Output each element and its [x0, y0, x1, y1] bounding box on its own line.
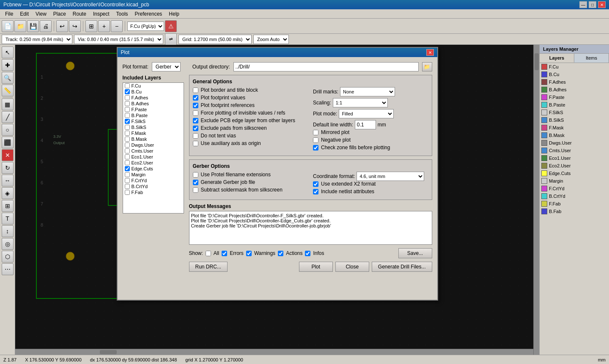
dialog-layer-item[interactable]: B.Cu: [123, 89, 184, 95]
scaling-select[interactable]: 1:1: [333, 98, 388, 107]
layer-row[interactable]: Eco1.User: [540, 154, 609, 162]
zoom-fit-button[interactable]: ⊞: [85, 20, 97, 32]
show-warnings-checkbox[interactable]: [246, 251, 252, 256]
more-tools[interactable]: ⋯: [2, 263, 14, 275]
layer-row[interactable]: Cmts.User: [540, 147, 609, 154]
layer-tool[interactable]: ◈: [2, 187, 14, 199]
add-track[interactable]: ╱: [2, 111, 14, 123]
open-button[interactable]: 📁: [14, 20, 26, 32]
run-drc-button[interactable]: Run DRC...: [189, 262, 228, 272]
layer-row[interactable]: B.Adhes: [540, 86, 609, 93]
dialog-layer-item[interactable]: F.Adhes: [123, 95, 184, 101]
layers-listbox[interactable]: F.CuB.CuF.AdhesB.AdhesF.PasteB.PasteF.Si…: [123, 82, 184, 213]
dialog-layer-checkbox[interactable]: [125, 83, 130, 88]
dialog-layer-item[interactable]: Dwgs.User: [123, 142, 184, 148]
dialog-layer-item[interactable]: F.CrtYd: [123, 178, 184, 183]
dialog-layer-checkbox[interactable]: [125, 119, 130, 124]
mirror-tool[interactable]: ↔: [2, 175, 14, 186]
layer-row[interactable]: B.Fab: [540, 208, 609, 215]
check-zone-checkbox[interactable]: [313, 145, 318, 151]
layer-row[interactable]: F.Adhes: [540, 78, 609, 86]
mirrored-checkbox[interactable]: [313, 130, 318, 135]
dialog-layer-checkbox[interactable]: [125, 172, 130, 177]
no-tent-checkbox[interactable]: [193, 133, 198, 139]
plot-button[interactable]: Plot: [299, 262, 333, 272]
inspect-tool[interactable]: 🔍: [2, 72, 14, 84]
plot-refs-checkbox[interactable]: [193, 103, 198, 108]
menu-item-edit[interactable]: Edit: [16, 10, 32, 18]
plot-border-checkbox[interactable]: [193, 88, 198, 93]
dialog-layer-item[interactable]: Margin: [123, 172, 184, 178]
layer-row[interactable]: B.SilkS: [540, 116, 609, 124]
layer-row[interactable]: B.Cu: [540, 71, 609, 78]
layer-row[interactable]: F.Cu: [540, 63, 609, 71]
browse-folder-button[interactable]: 📁: [422, 62, 432, 71]
dialog-layer-checkbox[interactable]: [125, 101, 130, 106]
measure-tool[interactable]: 📏: [2, 85, 14, 96]
3d-view[interactable]: ◎: [2, 238, 14, 250]
dialog-layer-item[interactable]: Edge.Cuts: [123, 166, 184, 172]
plot-mode-select[interactable]: Filled: [339, 109, 394, 118]
generate-drill-files-button[interactable]: Generate Drill Files...: [372, 262, 432, 272]
select-tool[interactable]: ↖: [2, 47, 14, 58]
redo-button[interactable]: ↪: [69, 20, 81, 32]
dialog-layer-item[interactable]: Eco2.User: [123, 160, 184, 166]
zoom-out-button[interactable]: −: [111, 20, 123, 32]
dialog-layer-checkbox[interactable]: [125, 107, 130, 112]
layer-row[interactable]: F.Paste: [540, 93, 609, 101]
scripting[interactable]: ⬡: [2, 251, 14, 263]
gerber-job-checkbox[interactable]: [193, 180, 198, 185]
force-invisible-checkbox[interactable]: [193, 110, 198, 116]
dialog-layer-item[interactable]: B.Paste: [123, 112, 184, 118]
aux-axis-checkbox[interactable]: [193, 141, 198, 146]
show-all-checkbox[interactable]: [206, 251, 211, 256]
coord-format-select[interactable]: 4.6, unit mm: [357, 172, 424, 181]
dialog-layer-checkbox[interactable]: [125, 148, 130, 153]
dialog-layer-item[interactable]: B.Adhes: [123, 101, 184, 107]
via-select[interactable]: Via: 0.80 / 0.40 mm (31.5 / 15.7 mils): [74, 35, 163, 44]
save-button[interactable]: Save...: [398, 248, 432, 258]
show-infos-checkbox[interactable]: [305, 251, 310, 256]
close-button[interactable]: Close: [335, 262, 369, 272]
dialog-layer-item[interactable]: B.CrtYd: [123, 183, 184, 189]
dialog-layer-item[interactable]: F.Mask: [123, 130, 184, 136]
tab-layers[interactable]: Layers: [540, 54, 574, 63]
dialog-layer-checkbox[interactable]: [125, 113, 130, 118]
print-button[interactable]: 🖨: [40, 20, 52, 32]
dialog-layer-item[interactable]: Eco1.User: [123, 154, 184, 160]
menu-item-help[interactable]: Help: [165, 10, 183, 18]
dialog-layer-checkbox[interactable]: [125, 166, 130, 171]
layer-row[interactable]: F.Fab: [540, 200, 609, 208]
tab-items[interactable]: Items: [574, 54, 609, 63]
layer-row[interactable]: F.Mask: [540, 124, 609, 131]
layer-row[interactable]: Margin: [540, 177, 609, 185]
output-dir-input[interactable]: [233, 62, 419, 71]
layer-row[interactable]: F.SilkS: [540, 109, 609, 116]
layer-row[interactable]: B.CrtYd: [540, 192, 609, 200]
layer-row[interactable]: Dwgs.User: [540, 139, 609, 147]
text-tool[interactable]: T: [2, 213, 14, 224]
exclude-pads-checkbox[interactable]: [193, 126, 198, 131]
dimension-tool[interactable]: ↕: [2, 225, 14, 237]
dialog-layer-checkbox[interactable]: [125, 131, 130, 136]
add-footprint[interactable]: ▦: [2, 99, 14, 110]
rotate-tool[interactable]: ↻: [2, 162, 14, 174]
menu-item-route[interactable]: Route: [69, 10, 90, 18]
exclude-pcb-edge-checkbox[interactable]: [193, 118, 198, 123]
layer-row[interactable]: Edge.Cuts: [540, 170, 609, 177]
dialog-layer-checkbox[interactable]: [125, 125, 130, 130]
track-select[interactable]: Track: 0.250 mm (9.84 mils): [2, 35, 72, 44]
dialog-layer-checkbox[interactable]: [125, 142, 130, 148]
menu-item-view[interactable]: View: [32, 10, 50, 18]
layer-row[interactable]: Eco2.User: [540, 162, 609, 170]
close-window-button[interactable]: ✕: [598, 1, 606, 8]
dialog-layer-item[interactable]: F.SilkS: [123, 118, 184, 124]
fill-zones[interactable]: ⬛: [2, 137, 14, 148]
maximize-button[interactable]: □: [589, 1, 596, 8]
include-netlist-checkbox[interactable]: [313, 189, 318, 194]
protel-checkbox[interactable]: [193, 172, 198, 178]
zoom-in-button[interactable]: +: [98, 20, 110, 32]
dialog-layer-checkbox[interactable]: [125, 160, 130, 165]
drill-marks-select[interactable]: None: [340, 87, 395, 96]
plot-values-checkbox[interactable]: [193, 95, 198, 101]
